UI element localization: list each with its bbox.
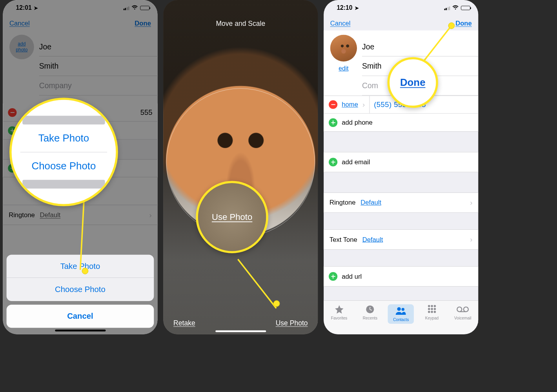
nav-bar: Cancel Done bbox=[3, 16, 157, 31]
tab-bar: Favorites Recents Contacts Keypad Voicem… bbox=[324, 300, 478, 334]
texttone-value: Default bbox=[362, 236, 383, 243]
magnifier-take-photo: Take Photo bbox=[12, 124, 116, 152]
ringtone-row[interactable]: Ringtone Default › bbox=[3, 205, 157, 225]
status-bar: 12:01 ➤ bbox=[3, 0, 157, 16]
magnifier-callout: Done bbox=[388, 57, 438, 108]
last-name-field[interactable]: Smith bbox=[39, 56, 158, 76]
add-url-row[interactable]: add url bbox=[324, 266, 478, 287]
ringtone-value: Default bbox=[40, 211, 61, 219]
add-icon[interactable] bbox=[329, 272, 337, 281]
screen-edit-contact-final: 12:10 ➤ Cancel Done edit Joe Smith Com h… bbox=[324, 0, 478, 334]
status-time: 12:10 bbox=[337, 4, 352, 11]
ringtone-label: Ringtone bbox=[9, 211, 35, 219]
add-phone-label: add phone bbox=[342, 119, 373, 126]
sheet-cancel-button[interactable]: Cancel bbox=[7, 305, 154, 328]
first-name-field[interactable]: Joe bbox=[362, 37, 478, 56]
avatar-label-line2: photo bbox=[16, 47, 27, 53]
done-button[interactable]: Done bbox=[135, 19, 151, 27]
cancel-button[interactable]: Cancel bbox=[9, 19, 30, 27]
chevron-right-icon: › bbox=[470, 235, 472, 243]
delete-icon[interactable] bbox=[8, 108, 16, 117]
svg-point-1 bbox=[397, 307, 401, 311]
contact-avatar[interactable] bbox=[330, 35, 357, 62]
screen-move-and-scale: Move and Scale Retake Use Photo Use Phot… bbox=[163, 0, 318, 334]
delete-icon[interactable] bbox=[329, 100, 337, 109]
keypad-icon bbox=[428, 304, 436, 314]
battery-icon bbox=[461, 6, 470, 10]
tab-keypad[interactable]: Keypad bbox=[419, 304, 445, 320]
ringtone-value: Default bbox=[360, 199, 381, 206]
home-indicator bbox=[55, 330, 106, 332]
chevron-right-icon: › bbox=[362, 100, 365, 109]
wifi-icon bbox=[131, 5, 138, 11]
ringtone-row[interactable]: Ringtone Default › bbox=[324, 192, 478, 213]
tab-contacts[interactable]: Contacts bbox=[388, 304, 414, 324]
first-name-field[interactable]: Joe bbox=[39, 37, 158, 56]
ringtone-label: Ringtone bbox=[329, 199, 356, 206]
add-phone-row[interactable]: add phone bbox=[324, 114, 478, 132]
move-scale-title: Move and Scale bbox=[163, 20, 318, 27]
nav-bar: Cancel Done bbox=[324, 16, 478, 31]
wifi-icon bbox=[452, 5, 459, 11]
tab-voicemail[interactable]: Voicemail bbox=[450, 304, 476, 320]
svg-point-9 bbox=[428, 311, 430, 313]
cellular-icon bbox=[123, 6, 129, 10]
add-icon[interactable] bbox=[329, 118, 337, 127]
svg-point-7 bbox=[431, 308, 433, 310]
svg-point-4 bbox=[431, 305, 433, 307]
home-indicator bbox=[215, 330, 266, 332]
svg-point-6 bbox=[428, 308, 430, 310]
choose-photo-button[interactable]: Choose Photo bbox=[7, 278, 154, 301]
battery-icon bbox=[140, 6, 149, 10]
add-icon[interactable] bbox=[329, 158, 337, 166]
magnifier-choose-photo: Choose Photo bbox=[12, 152, 116, 180]
svg-point-12 bbox=[457, 307, 462, 312]
svg-point-11 bbox=[434, 311, 436, 313]
svg-point-5 bbox=[434, 305, 436, 307]
cancel-button[interactable]: Cancel bbox=[330, 19, 351, 27]
magnifier-callout: Use Photo bbox=[196, 181, 268, 254]
done-button[interactable]: Done bbox=[455, 19, 472, 27]
svg-point-2 bbox=[402, 308, 404, 310]
company-field[interactable]: Company bbox=[39, 76, 158, 96]
add-url-label: add url bbox=[342, 272, 362, 280]
texttone-label: Text Tone bbox=[329, 236, 357, 243]
cellular-icon bbox=[444, 6, 450, 10]
phone-suffix: 555 bbox=[140, 108, 153, 116]
chevron-right-icon: › bbox=[149, 211, 152, 219]
screen-edit-contact-actionsheet: 12:01 ➤ Cancel Done add photo Joe Smith … bbox=[3, 0, 157, 334]
magnifier-callout: Take Photo Choose Photo bbox=[9, 98, 118, 206]
svg-point-8 bbox=[434, 308, 436, 310]
chevron-right-icon: › bbox=[470, 198, 472, 207]
magnifier-use-photo: Use Photo bbox=[212, 212, 252, 222]
tab-recents[interactable]: Recents bbox=[357, 304, 383, 320]
add-email-label: add email bbox=[342, 158, 370, 166]
avatar-label-line1: add bbox=[18, 42, 25, 47]
use-photo-button[interactable]: Use Photo bbox=[276, 319, 308, 327]
tab-favorites[interactable]: Favorites bbox=[326, 304, 352, 320]
texttone-row[interactable]: Text Tone Default › bbox=[324, 229, 478, 250]
svg-point-10 bbox=[431, 311, 433, 313]
star-icon bbox=[334, 304, 344, 314]
edit-photo-link[interactable]: edit bbox=[339, 65, 348, 72]
add-photo-avatar[interactable]: add photo bbox=[9, 35, 34, 60]
location-icon: ➤ bbox=[355, 5, 359, 11]
voicemail-icon bbox=[457, 304, 469, 314]
clock-icon bbox=[365, 304, 375, 314]
retake-button[interactable]: Retake bbox=[173, 319, 195, 327]
phone-label[interactable]: home bbox=[342, 101, 358, 108]
svg-point-3 bbox=[428, 305, 430, 307]
status-time: 12:01 bbox=[16, 4, 32, 11]
contact-header: add photo Joe Smith Company bbox=[3, 31, 157, 96]
contacts-icon bbox=[395, 306, 406, 316]
status-bar: 12:10 ➤ bbox=[324, 0, 478, 16]
svg-point-13 bbox=[464, 307, 468, 312]
location-icon: ➤ bbox=[34, 5, 38, 11]
magnifier-done: Done bbox=[400, 77, 426, 89]
add-email-row[interactable]: add email bbox=[324, 152, 478, 172]
